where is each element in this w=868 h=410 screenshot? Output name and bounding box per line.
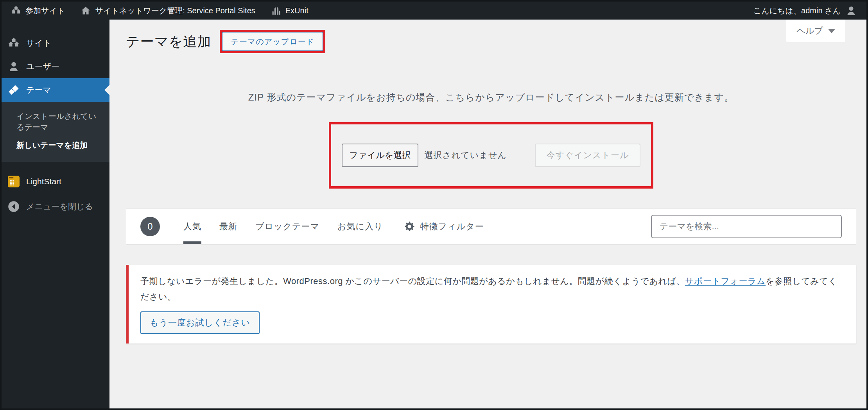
sidebar-item-themes[interactable]: テーマ xyxy=(2,78,109,102)
sidebar-item-themes-label: テーマ xyxy=(26,85,51,95)
collapse-arrow-icon xyxy=(8,201,20,212)
admin-bar-greeting: こんにちは、admin さん xyxy=(753,5,841,16)
sidebar-item-users[interactable]: ユーザー xyxy=(2,55,109,78)
support-forum-link[interactable]: サポートフォーラム xyxy=(685,276,766,286)
user-icon xyxy=(8,61,20,72)
retry-button[interactable]: もう一度お試しください xyxy=(140,311,260,334)
annotation-box-upload-form: ファイルを選択 選択されていません 今すぐインストール xyxy=(329,122,653,189)
admin-bar-network-admin[interactable]: サイトネットワーク管理: Service Portal Sites xyxy=(81,5,255,16)
help-label: ヘルプ xyxy=(796,25,823,37)
error-notice: 予期しないエラーが発生しました。WordPress.org かこのサーバーの設定… xyxy=(126,265,856,343)
chevron-down-icon xyxy=(828,29,835,37)
page-title: テーマを追加 xyxy=(126,32,211,51)
admin-sidebar: サイト ユーザー テーマ インストールされているテーマ 新しいテーマを追加 xyxy=(2,20,109,408)
lightstart-icon xyxy=(8,176,20,187)
filter-tabs: 人気 最新 ブロックテーマ お気に入り xyxy=(183,209,383,244)
submenu-installed-themes[interactable]: インストールされているテーマ xyxy=(16,107,102,136)
admin-bar-my-sites-label: 参加サイト xyxy=(25,5,65,16)
theme-filter-bar: 0 人気 最新 ブロックテーマ お気に入り 特徴フィルター xyxy=(126,208,856,245)
tab-block-themes[interactable]: ブロックテーマ xyxy=(255,209,319,244)
admin-bar-exunit[interactable]: ExUnit xyxy=(271,5,308,16)
install-now-button[interactable]: 今すぐインストール xyxy=(535,144,641,167)
sidebar-item-users-label: ユーザー xyxy=(26,61,59,72)
tab-latest[interactable]: 最新 xyxy=(219,209,237,244)
home-icon xyxy=(81,5,91,16)
admin-bar-network-admin-label: サイトネットワーク管理: Service Portal Sites xyxy=(95,5,255,16)
help-button[interactable]: ヘルプ xyxy=(786,20,845,42)
sidebar-item-sites-label: サイト xyxy=(26,38,51,49)
network-sites-icon xyxy=(11,5,21,16)
choose-file-button[interactable]: ファイルを選択 xyxy=(342,144,419,167)
admin-bar: 参加サイト サイトネットワーク管理: Service Portal Sites … xyxy=(2,2,866,20)
theme-count-badge: 0 xyxy=(140,217,160,236)
annotation-box-upload-button: テーマのアップロード xyxy=(220,30,325,53)
avatar-icon xyxy=(845,5,857,16)
admin-bar-exunit-label: ExUnit xyxy=(285,6,308,15)
sidebar-item-lightstart[interactable]: LightStart xyxy=(2,170,109,193)
tab-favorites[interactable]: お気に入り xyxy=(337,209,383,244)
brush-icon xyxy=(8,84,20,96)
feature-filter-label: 特徴フィルター xyxy=(420,221,484,232)
wordpress-admin-window: 参加サイト サイトネットワーク管理: Service Portal Sites … xyxy=(0,0,868,410)
admin-bar-my-sites[interactable]: 参加サイト xyxy=(11,5,65,16)
exunit-icon xyxy=(271,5,281,16)
upload-description: ZIP 形式のテーマファイルをお持ちの場合、こちらからアップロードしてインストー… xyxy=(126,91,856,104)
error-notice-text: 予期しないエラーが発生しました。WordPress.org かこのサーバーの設定… xyxy=(140,273,845,304)
page-header: テーマを追加 テーマのアップロード xyxy=(126,30,856,53)
upload-theme-button[interactable]: テーマのアップロード xyxy=(222,32,323,51)
admin-bar-account[interactable]: こんにちは、admin さん xyxy=(753,5,857,16)
tab-popular[interactable]: 人気 xyxy=(183,209,201,244)
sites-icon xyxy=(8,37,20,49)
main-content: ヘルプ テーマを追加 テーマのアップロード ZIP 形式のテーマファイルをお持ち… xyxy=(109,20,866,408)
gear-icon xyxy=(404,221,415,232)
feature-filter-button[interactable]: 特徴フィルター xyxy=(404,209,484,244)
sidebar-item-sites[interactable]: サイト xyxy=(2,31,109,55)
sidebar-item-lightstart-label: LightStart xyxy=(26,177,61,186)
theme-search-input[interactable] xyxy=(651,215,842,238)
no-file-selected-text: 選択されていません xyxy=(424,149,507,161)
collapse-menu-button[interactable]: メニューを閉じる xyxy=(2,195,109,218)
collapse-menu-label: メニューを閉じる xyxy=(26,201,93,212)
submenu-add-new-theme[interactable]: 新しいテーマを追加 xyxy=(16,136,102,154)
themes-submenu: インストールされているテーマ 新しいテーマを追加 xyxy=(2,102,109,162)
